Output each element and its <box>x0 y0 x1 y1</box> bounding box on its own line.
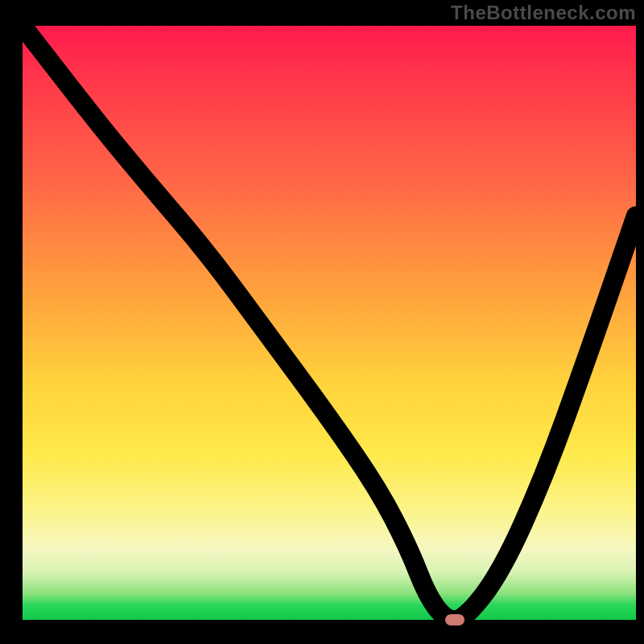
bottleneck-curve <box>23 26 636 620</box>
watermark-text: TheBottleneck.com <box>451 2 636 24</box>
chart-frame: TheBottleneck.com <box>0 0 644 644</box>
optimal-marker <box>445 614 464 625</box>
plot-area <box>23 26 636 620</box>
